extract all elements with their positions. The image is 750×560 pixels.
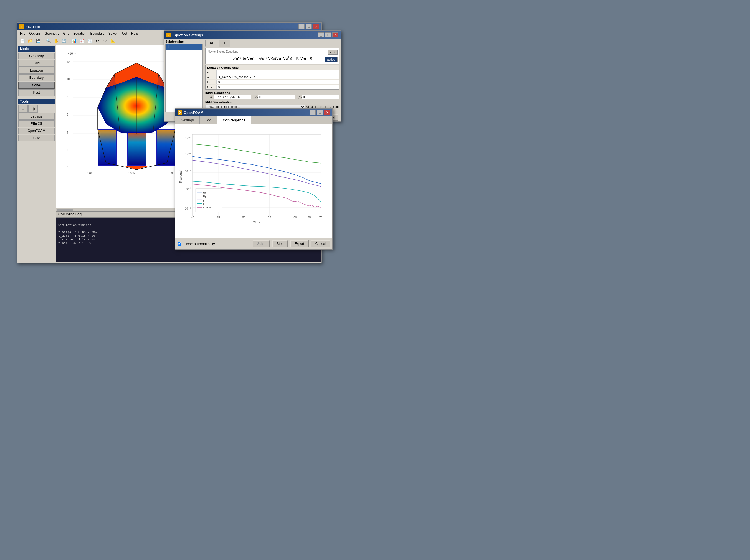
- menu-geometry[interactable]: Geometry: [43, 31, 61, 36]
- of-maximize[interactable]: □: [317, 110, 323, 115]
- toolbar-chart2[interactable]: 📈: [78, 38, 85, 44]
- eq-title: Equation Settings: [173, 33, 203, 37]
- toolbar-sep2: [69, 38, 69, 43]
- y-label-1e4: 10⁻⁴: [185, 170, 191, 173]
- y-axis-title: Residual: [179, 171, 182, 183]
- toolbar-rotate[interactable]: 🔄: [60, 38, 67, 44]
- menu-post[interactable]: Post: [119, 31, 129, 36]
- p0-label: p₀: [296, 95, 301, 99]
- sidebar-boundary[interactable]: Boundary: [18, 74, 55, 81]
- solve-button[interactable]: Solve: [253, 240, 270, 247]
- x-tick-0: 0: [171, 172, 173, 175]
- menu-help[interactable]: Help: [130, 31, 140, 36]
- sidebar-geometry[interactable]: Geometry: [18, 53, 55, 59]
- of-cancel-button[interactable]: Cancel: [311, 240, 330, 247]
- toolbar-ruler[interactable]: ↩: [94, 38, 101, 44]
- close-button[interactable]: ✕: [313, 24, 319, 29]
- u0-input[interactable]: [214, 95, 251, 99]
- coeff-value-fy[interactable]: 0: [217, 84, 339, 89]
- sidebar-su2[interactable]: SU2: [18, 135, 55, 141]
- toolbar-save[interactable]: 💾: [34, 38, 42, 44]
- toolbar-zoom[interactable]: 🔍: [45, 38, 52, 44]
- sidebar-equation[interactable]: Equation: [18, 67, 55, 74]
- menu-boundary[interactable]: Boundary: [88, 31, 106, 36]
- tools-equals-icon[interactable]: =: [18, 105, 28, 113]
- subdomains-label: Subdomains:: [165, 40, 203, 43]
- coeff-row-fx: Fₓ 0: [205, 80, 339, 84]
- export-button[interactable]: Export: [290, 240, 309, 247]
- sidebar-solve[interactable]: Solve: [18, 81, 55, 89]
- sidebar-fenics[interactable]: FEniCS: [18, 120, 55, 127]
- menu-grid[interactable]: Grid: [61, 31, 71, 36]
- x-axis-title: Time: [253, 221, 260, 224]
- toolbar-measure[interactable]: 📐: [109, 38, 117, 44]
- menu-equation[interactable]: Equation: [72, 31, 88, 36]
- y-tick-4: 4: [66, 131, 68, 134]
- scrollbar-thumb[interactable]: [57, 209, 73, 211]
- toolbar-chart3[interactable]: 📉: [86, 38, 93, 44]
- toolbar-pan[interactable]: ✋: [53, 38, 60, 44]
- toolbar-sep1: [43, 38, 43, 43]
- sidebar-openfoam[interactable]: OpenFOAM: [18, 127, 55, 134]
- blade-r-fill: [157, 130, 175, 165]
- stop-button[interactable]: Stop: [272, 240, 288, 247]
- p0-input[interactable]: [302, 95, 339, 99]
- v0-input[interactable]: [258, 95, 295, 99]
- eq-tabs: ns +: [205, 40, 339, 46]
- coeff-value-rho[interactable]: 1: [217, 70, 339, 75]
- of-titlebar: O OpenFOAM _ □ ✕: [175, 109, 332, 116]
- legend-uy-label: Uy: [203, 195, 206, 198]
- coeff-value-mu[interactable]: u_max*2/3*h_channel/Re: [217, 75, 339, 79]
- close-auto-checkbox[interactable]: [178, 242, 181, 246]
- subdomain-item-1[interactable]: 1: [165, 44, 202, 49]
- toolbar-open[interactable]: 📂: [27, 38, 34, 44]
- y-axis-scale: ×10⁻³: [68, 52, 76, 55]
- y-tick-2: 2: [66, 148, 68, 152]
- sidebar-post[interactable]: Post: [18, 89, 55, 96]
- x-tick-55: 55: [268, 216, 271, 219]
- x-tick-60: 60: [293, 216, 297, 219]
- tools-circle-icon[interactable]: ⊕: [28, 105, 38, 113]
- tab-convergence[interactable]: Convergence: [217, 116, 251, 124]
- tab-ns[interactable]: ns: [205, 40, 218, 46]
- eq-formula: ρ(u' + (u·∇)u) = -∇p + ∇·(μ(∇u+∇uT)) + F…: [208, 54, 337, 62]
- eq-maximize[interactable]: □: [325, 33, 331, 37]
- y-label-1e2: 10⁻²: [185, 136, 191, 139]
- eq-close[interactable]: ✕: [332, 33, 338, 37]
- main-titlebar: F FEATool _ □ ✕: [17, 23, 321, 31]
- of-title: OpenFOAM: [184, 111, 203, 115]
- tab-settings[interactable]: Settings: [175, 116, 200, 124]
- y-label-1e3: 10⁻³: [185, 152, 191, 156]
- y-tick-0: 0: [66, 166, 68, 169]
- toolbar-chart1[interactable]: 📊: [71, 38, 78, 44]
- coeff-header: Equation Coefficients: [205, 65, 339, 70]
- sidebar-settings[interactable]: Settings: [18, 113, 55, 120]
- minimize-button[interactable]: _: [298, 24, 304, 29]
- active-button[interactable]: active: [324, 57, 338, 62]
- tab-log[interactable]: Log: [200, 116, 217, 124]
- equations-title: Navier-Stokes Equations: [208, 50, 337, 53]
- openfoam-window: O OpenFOAM _ □ ✕ Settings Log Convergenc…: [175, 108, 333, 249]
- toolbar-new[interactable]: 📄: [19, 38, 26, 44]
- x-tick-neg005: -0.005: [127, 172, 135, 175]
- equation-coefficients: Equation Coefficients ρ 1 μ u_max*2/3*h_…: [205, 65, 339, 89]
- sidebar-grid[interactable]: Grid: [18, 60, 55, 66]
- y-tick-10: 10: [66, 78, 70, 81]
- tab-plus[interactable]: +: [219, 40, 230, 46]
- of-minimize[interactable]: _: [310, 110, 316, 115]
- eq-minimize[interactable]: _: [318, 33, 324, 37]
- fem-label: FEM Discretization: [205, 101, 339, 104]
- coeff-value-fx[interactable]: 0: [217, 80, 339, 84]
- x-tick-45: 45: [217, 216, 220, 219]
- maximize-button[interactable]: □: [305, 24, 312, 29]
- legend-epsilon-label: epsilon: [203, 206, 211, 209]
- edit-button[interactable]: edit: [328, 49, 338, 55]
- toolbar-undo[interactable]: ↪: [101, 38, 109, 44]
- menu-file[interactable]: File: [18, 31, 27, 36]
- equations-box: Navier-Stokes Equations ρ(u' + (u·∇)u) =…: [205, 48, 339, 64]
- legend-ux-label: Ux: [203, 191, 206, 194]
- legend-k-label: k: [203, 202, 204, 205]
- menu-solve[interactable]: Solve: [107, 31, 118, 36]
- of-close[interactable]: ✕: [324, 110, 330, 115]
- menu-options[interactable]: Options: [27, 31, 42, 36]
